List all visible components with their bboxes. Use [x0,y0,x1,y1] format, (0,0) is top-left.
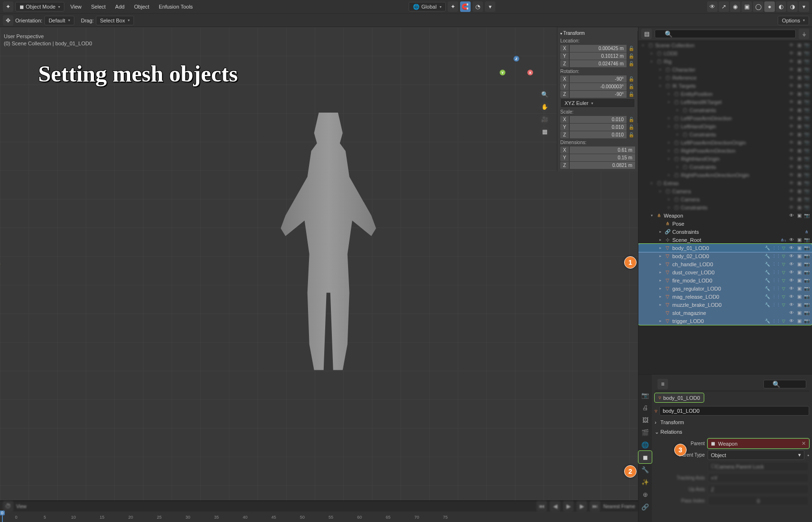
eye-icon[interactable]: 👁 [788,99,795,104]
vertex-groups-icon[interactable]: ⋮⋮ [772,254,779,259]
vertex-groups-icon[interactable]: ⋮⋮ [772,303,779,307]
render-disable-icon[interactable]: 📷 [803,197,810,202]
viewport-disable-icon[interactable]: ▣ [796,164,802,169]
play-next-icon[interactable]: ▶ [576,501,587,512]
loc-y[interactable]: 0.10112 m [570,52,627,60]
tree-item-label[interactable]: LeftHandIKTarget [681,99,787,105]
tree-item-label[interactable]: ch_handle_LOD0 [672,261,762,267]
props-tab-view-icon[interactable]: 🖼 [638,414,652,426]
playhead[interactable] [2,512,3,522]
visibility-icon[interactable]: 👁 [707,1,718,12]
tree-item-label[interactable]: mag_release_LOD0 [672,294,762,300]
zoom-icon[interactable]: 🔍 [539,89,550,100]
expand-icon[interactable]: ▸ [666,148,671,153]
tree-item-label[interactable]: trigger_LOD0 [672,318,762,324]
render-disable-icon[interactable]: 📷 [803,124,810,129]
props-tab-scene-icon[interactable]: 🎬 [638,426,652,438]
tree-item-label[interactable]: IK Targets [672,83,787,89]
filter-icon[interactable]: ⏚ [799,29,809,39]
lock-icon[interactable]: 🔓 [627,117,635,122]
expand-icon[interactable]: ▸ [666,140,671,145]
tree-item-label[interactable]: RightHandOrigin [681,156,787,162]
render-disable-icon[interactable]: 📷 [803,107,810,113]
expand-icon[interactable]: ▸ [666,100,671,104]
dropdown-icon[interactable]: ▾ [485,1,495,12]
expand-icon[interactable]: ▸ [675,165,680,169]
tree-item-label[interactable]: Character [672,67,787,73]
xray-icon[interactable]: ▣ [741,1,752,12]
tree-item-label[interactable]: RightPoseArmDirection [681,148,787,154]
vertex-groups-icon[interactable]: ⋮⋮ [772,319,779,324]
modifier-icon[interactable]: 🔧 [764,278,771,283]
expand-icon[interactable]: ▸ [649,181,654,185]
eye-icon[interactable]: 👁 [788,294,795,299]
props-tab-object-icon[interactable]: ◼ [638,451,652,463]
mesh-data-icon[interactable]: ▽ [780,319,787,324]
menu-select[interactable]: Select [87,3,110,10]
eye-icon[interactable]: 👁 [788,172,795,177]
expand-icon[interactable]: ▸ [666,173,671,177]
render-disable-icon[interactable]: 📷 [803,237,810,242]
render-disable-icon[interactable]: 📷 [803,164,810,169]
expand-icon[interactable]: ▸ [675,132,680,136]
props-tab-physics-icon[interactable]: ⊕ [638,488,652,501]
orientation-dropdown[interactable]: 🌐Global [409,2,446,11]
expand-icon[interactable]: ▸ [658,67,663,72]
rotation-mode-dropdown[interactable]: XYZ Euler [560,98,635,108]
mesh-data-icon[interactable]: ▽ [780,278,787,283]
tree-item-label[interactable]: body_01_LOD0 [672,245,762,251]
rot-x[interactable]: -90° [570,75,627,83]
viewport-disable-icon[interactable]: ▣ [796,42,802,48]
vertex-groups-icon[interactable]: ⋮⋮ [772,270,779,275]
rot-z[interactable]: -90° [570,91,627,98]
render-disable-icon[interactable]: 📷 [803,132,810,137]
expand-icon[interactable]: ▸ [658,238,663,242]
eye-icon[interactable]: 👁 [788,156,795,161]
modifier-icon[interactable]: 🔧 [764,294,771,299]
viewport-disable-icon[interactable]: ▣ [796,302,802,307]
modifier-icon[interactable]: 🔧 [764,270,771,275]
eye-icon[interactable]: 👁 [788,83,795,88]
shading-dropdown-icon[interactable]: ▾ [799,1,809,12]
options-dropdown[interactable]: Options [778,16,809,25]
eye-icon[interactable]: 👁 [788,197,795,202]
tree-item-label[interactable]: Constraints [681,205,787,210]
mesh-data-icon[interactable]: ▽ [780,246,787,251]
props-tab-particle-icon[interactable]: ✨ [638,476,652,488]
eye-icon[interactable]: 👁 [788,140,795,145]
render-disable-icon[interactable]: 📷 [803,245,810,251]
viewport-disable-icon[interactable]: ▣ [796,286,802,291]
props-tab-world-icon[interactable]: 🌐 [638,438,652,451]
orientation-value-dropdown[interactable]: Default [44,16,74,25]
viewport-disable-icon[interactable]: ▣ [796,75,802,80]
render-disable-icon[interactable]: 📷 [803,261,810,267]
transform-section-head[interactable]: Transform [560,29,635,37]
tree-item-label[interactable]: Camera [672,188,787,194]
tree-item-label[interactable]: Constraints [672,229,802,235]
outliner[interactable]: ▸▢Scene Collection👁▣📷▸▢LOD0👁▣📷▸▢Rig👁▣📷▸▢… [638,41,812,374]
modifier-icon[interactable]: 🔧 [764,254,771,259]
tree-item-label[interactable]: gas_regulator_LOD0 [672,286,762,292]
viewport-disable-icon[interactable]: ▣ [796,205,802,210]
menu-enfusion[interactable]: Enfusion Tools [155,3,196,10]
lock-icon[interactable]: 🔓 [627,53,635,59]
lock-icon[interactable]: 🔓 [627,132,635,137]
eye-icon[interactable]: 👁 [788,245,795,251]
object-name-input[interactable] [659,406,809,416]
eye-icon[interactable]: 👁 [788,67,795,72]
props-tab-render-icon[interactable]: 📷 [638,389,652,401]
expand-icon[interactable]: ▸ [666,116,671,120]
tree-item-label[interactable]: Rig [664,59,787,64]
viewport-disable-icon[interactable]: ▣ [796,107,802,113]
props-search-input[interactable] [763,380,806,388]
render-disable-icon[interactable]: 📷 [803,213,810,218]
drag-dropdown[interactable]: Select Box [96,16,134,25]
tracking-axis-dropdown[interactable]: +Y [708,473,809,483]
tree-item-label[interactable]: Camera [681,197,787,202]
tree-item-label[interactable]: Constraints [689,132,787,137]
expand-icon[interactable]: ▸ [658,319,663,323]
up-axis-dropdown[interactable]: Z [708,484,809,494]
tree-item-label[interactable]: Constraints [689,164,787,170]
eye-icon[interactable]: 👁 [788,286,795,291]
eye-icon[interactable]: 👁 [788,318,795,324]
